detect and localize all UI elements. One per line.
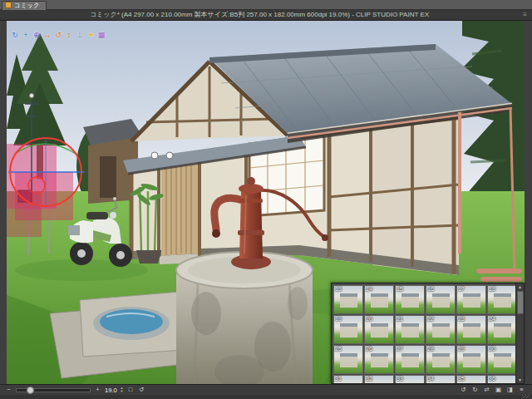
- preset-number: 16: [427, 286, 434, 293]
- camera-angle-list-icon[interactable]: ▦: [96, 30, 106, 40]
- preset-number: 30: [489, 346, 495, 352]
- camera-pan-icon[interactable]: +: [21, 30, 31, 40]
- preset-number: 27: [397, 346, 403, 352]
- status-bar: − + 19.0 ▲ ▼ □ ↺ ↺ ↻ ⇄ ▣ ◨ ≡: [0, 384, 532, 395]
- flip-horizontal-icon[interactable]: ⇄: [483, 385, 490, 395]
- camera-zoom-icon[interactable]: ⊕: [32, 30, 42, 40]
- preset-thumbnail[interactable]: 29: [456, 345, 486, 374]
- preset-thumbnail[interactable]: 25: [333, 345, 363, 374]
- fit-screen-button[interactable]: □: [127, 385, 135, 395]
- preset-number: 33: [397, 376, 403, 382]
- subview-icon[interactable]: ◨: [506, 385, 514, 395]
- preset-number: 22: [427, 316, 434, 323]
- zoom-value: 19.0: [105, 387, 117, 394]
- zoom-in-button[interactable]: +: [94, 385, 101, 395]
- preset-thumbnail[interactable]: 33: [395, 375, 425, 383]
- scroll-down-icon[interactable]: ▼: [516, 377, 524, 383]
- reset-view-button[interactable]: ↺: [138, 385, 145, 395]
- preset-thumbnail[interactable]: 20: [364, 315, 394, 344]
- document-tab-label: コミック: [14, 2, 40, 9]
- house-door: [161, 164, 198, 256]
- preset-number: 25: [335, 346, 342, 352]
- rotate-left-icon[interactable]: ↺: [460, 385, 467, 395]
- preset-number: 35: [458, 376, 465, 382]
- preset-number: 20: [366, 316, 372, 323]
- well: [176, 252, 313, 384]
- preset-number: 26: [366, 346, 372, 352]
- preset-thumbnail[interactable]: 17: [456, 285, 486, 314]
- preset-thumbnail[interactable]: 32: [364, 375, 394, 383]
- preset-thumbnail[interactable]: 26: [364, 345, 394, 374]
- preset-thumbnail[interactable]: 34: [426, 375, 456, 383]
- 3d-object-toolbar: ↻ + ⊕ ↔ ↺ ↕ ⊥ ☀ ▦: [10, 30, 106, 40]
- preset-thumbnail[interactable]: 18: [487, 285, 517, 314]
- scrollbar-thumb[interactable]: [517, 291, 524, 314]
- preset-thumbnail[interactable]: 27: [395, 345, 425, 374]
- preset-thumbnail[interactable]: 14: [364, 285, 394, 314]
- preset-number: 29: [458, 346, 465, 352]
- object-rotate-icon[interactable]: ↺: [53, 30, 63, 40]
- spinner-down-icon[interactable]: ▼: [121, 390, 124, 393]
- document-tab[interactable]: コミック: [2, 1, 47, 10]
- camera-rotate-icon[interactable]: ↻: [10, 30, 20, 40]
- preset-number: 18: [489, 286, 495, 293]
- preset-thumbnail[interactable]: 19: [333, 315, 363, 344]
- zoom-slider-handle[interactable]: [27, 387, 34, 394]
- preset-thumbnail[interactable]: 30: [487, 345, 517, 374]
- navigator-icon[interactable]: ▣: [495, 385, 502, 395]
- resize-grip[interactable]: [522, 395, 530, 398]
- preset-number: 23: [458, 316, 465, 323]
- object-move-icon[interactable]: ↔: [42, 30, 52, 40]
- object-lift-icon[interactable]: ↕: [64, 30, 74, 40]
- preset-number: 31: [335, 376, 342, 382]
- zoom-slider[interactable]: [16, 388, 91, 392]
- preset-number: 28: [427, 346, 434, 352]
- preset-number: 34: [427, 376, 434, 382]
- preset-number: 13: [335, 286, 342, 293]
- app-window: コミック コミック* (A4 297.00 x 210.00mm 製本サイズ:B…: [0, 0, 532, 399]
- title-bar: コミック* (A4 297.00 x 210.00mm 製本サイズ:B5判 25…: [0, 10, 532, 21]
- preset-thumbnail[interactable]: 22: [426, 315, 456, 344]
- rotate-right-icon[interactable]: ↻: [471, 385, 479, 395]
- preset-angle-panel: 13 14 15 16 17 18 19 20 21 22 23 24 25 2…: [331, 283, 525, 384]
- document-icon: [5, 2, 12, 8]
- zoom-controls: − + 19.0 ▲ ▼ □ ↺: [5, 385, 145, 395]
- preset-number: 24: [489, 316, 495, 323]
- preset-thumbnail[interactable]: 28: [426, 345, 456, 374]
- preset-thumbnail[interactable]: 15: [395, 285, 425, 314]
- preset-thumbnail[interactable]: 21: [395, 315, 425, 344]
- preset-thumbnail[interactable]: 36: [487, 375, 517, 383]
- preset-grid: 13 14 15 16 17 18 19 20 21 22 23 24 25 2…: [333, 285, 518, 383]
- window-title: コミック* (A4 297.00 x 210.00mm 製本サイズ:B5判 25…: [0, 10, 519, 20]
- preset-number: 14: [366, 286, 372, 293]
- preset-number: 17: [458, 286, 465, 293]
- light-source-icon[interactable]: ☀: [86, 30, 96, 40]
- preset-thumbnail[interactable]: 23: [456, 315, 486, 344]
- preset-thumbnail[interactable]: 16: [426, 285, 456, 314]
- options-icon[interactable]: ≡: [518, 385, 525, 395]
- preset-number: 15: [397, 286, 403, 293]
- preset-number: 19: [335, 316, 342, 323]
- preset-number: 21: [397, 316, 403, 323]
- preset-thumbnail[interactable]: 24: [487, 315, 517, 344]
- preset-thumbnail[interactable]: 35: [456, 375, 486, 383]
- scroll-up-icon[interactable]: ▲: [516, 283, 524, 290]
- preset-thumbnail[interactable]: 13: [333, 285, 363, 314]
- view-controls: ↺ ↻ ⇄ ▣ ◨ ≡: [460, 385, 525, 395]
- preset-thumbnail[interactable]: 31: [333, 375, 363, 383]
- zoom-spinner[interactable]: ▲ ▼: [121, 387, 124, 393]
- snap-ground-icon[interactable]: ⊥: [75, 30, 85, 40]
- document-tab-strip: コミック: [0, 0, 532, 10]
- preset-number: 32: [366, 376, 372, 382]
- preset-number: 36: [489, 376, 495, 382]
- zoom-out-button[interactable]: −: [5, 385, 12, 395]
- window-menu-icon[interactable]: ≡: [520, 10, 530, 20]
- preset-scrollbar[interactable]: ▲ ▼: [515, 283, 524, 383]
